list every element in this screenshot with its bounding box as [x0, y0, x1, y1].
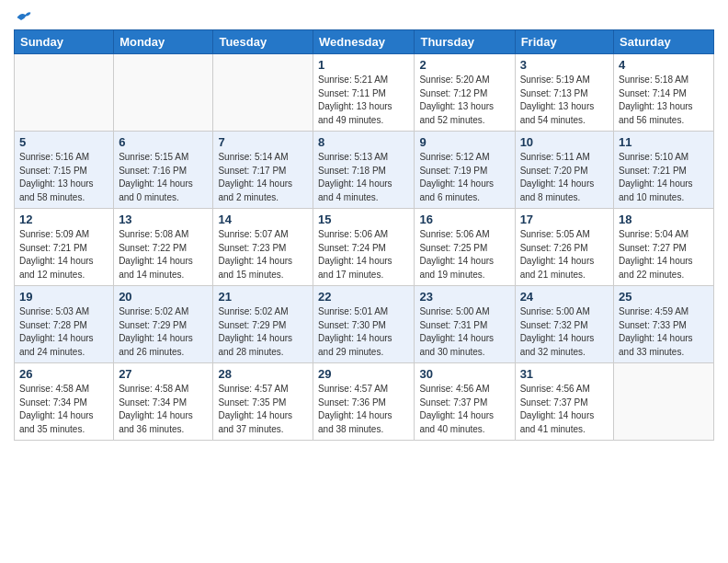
day-number: 2 [419, 58, 509, 72]
day-info: Sunrise: 5:13 AMSunset: 7:18 PMDaylight:… [318, 151, 409, 204]
calendar-cell-w5-d6: 31Sunrise: 4:56 AMSunset: 7:37 PMDayligh… [515, 363, 613, 441]
day-info: Sunrise: 4:59 AMSunset: 7:33 PMDaylight:… [619, 305, 709, 359]
calendar-cell-w5-d3: 28Sunrise: 4:57 AMSunset: 7:35 PMDayligh… [213, 363, 313, 441]
day-number: 7 [218, 135, 308, 149]
weekday-header-sunday: Sunday [15, 30, 114, 54]
calendar-cell-w3-d2: 13Sunrise: 5:08 AMSunset: 7:22 PMDayligh… [114, 209, 213, 286]
day-info: Sunrise: 5:06 AMSunset: 7:25 PMDaylight:… [419, 228, 509, 282]
day-info: Sunrise: 5:07 AMSunset: 7:23 PMDaylight:… [218, 228, 308, 282]
page-container: SundayMondayTuesdayWednesdayThursdayFrid… [0, 0, 728, 454]
calendar-cell-w2-d1: 5Sunrise: 5:16 AMSunset: 7:15 PMDaylight… [15, 132, 114, 209]
day-number: 19 [19, 290, 108, 304]
day-info: Sunrise: 5:21 AMSunset: 7:11 PMDaylight:… [318, 74, 409, 127]
calendar-cell-w5-d4: 29Sunrise: 4:57 AMSunset: 7:36 PMDayligh… [313, 363, 415, 441]
day-info: Sunrise: 5:16 AMSunset: 7:15 PMDaylight:… [19, 151, 108, 204]
day-info: Sunrise: 5:19 AMSunset: 7:13 PMDaylight:… [520, 74, 609, 127]
calendar-cell-w1-d6: 3Sunrise: 5:19 AMSunset: 7:13 PMDaylight… [515, 54, 613, 132]
day-number: 30 [419, 367, 509, 381]
day-number: 3 [520, 58, 609, 72]
calendar-cell-w5-d2: 27Sunrise: 4:58 AMSunset: 7:34 PMDayligh… [114, 363, 213, 441]
day-number: 18 [619, 213, 709, 226]
calendar-cell-w3-d7: 18Sunrise: 5:04 AMSunset: 7:27 PMDayligh… [614, 209, 714, 286]
calendar-cell-w3-d4: 15Sunrise: 5:06 AMSunset: 7:24 PMDayligh… [313, 209, 415, 286]
calendar-cell-w1-d7: 4Sunrise: 5:18 AMSunset: 7:14 PMDaylight… [614, 54, 714, 132]
day-number: 9 [419, 135, 509, 149]
day-number: 27 [119, 367, 208, 381]
day-info: Sunrise: 4:58 AMSunset: 7:34 PMDaylight:… [119, 383, 208, 436]
calendar-cell-w4-d2: 20Sunrise: 5:02 AMSunset: 7:29 PMDayligh… [114, 286, 213, 363]
day-number: 6 [119, 135, 208, 149]
calendar-cell-w1-d3 [213, 54, 313, 132]
calendar-cell-w3-d1: 12Sunrise: 5:09 AMSunset: 7:21 PMDayligh… [15, 209, 114, 286]
day-info: Sunrise: 4:58 AMSunset: 7:34 PMDaylight:… [19, 383, 108, 436]
weekday-header-saturday: Saturday [614, 30, 714, 54]
day-number: 10 [520, 135, 609, 149]
day-number: 26 [19, 367, 108, 381]
calendar-cell-w5-d5: 30Sunrise: 4:56 AMSunset: 7:37 PMDayligh… [415, 363, 515, 441]
day-info: Sunrise: 4:57 AMSunset: 7:36 PMDaylight:… [318, 383, 409, 436]
day-number: 8 [318, 135, 409, 149]
week-row-2: 5Sunrise: 5:16 AMSunset: 7:15 PMDaylight… [15, 132, 714, 209]
calendar-cell-w4-d1: 19Sunrise: 5:03 AMSunset: 7:28 PMDayligh… [15, 286, 114, 363]
day-number: 22 [318, 290, 409, 304]
calendar-cell-w2-d2: 6Sunrise: 5:15 AMSunset: 7:16 PMDaylight… [114, 132, 213, 209]
day-number: 31 [520, 367, 609, 381]
calendar-cell-w4-d6: 24Sunrise: 5:00 AMSunset: 7:32 PMDayligh… [515, 286, 613, 363]
calendar-cell-w2-d5: 9Sunrise: 5:12 AMSunset: 7:19 PMDaylight… [415, 132, 515, 209]
weekday-header-monday: Monday [114, 30, 213, 54]
calendar-cell-w5-d7 [614, 363, 714, 441]
day-number: 17 [520, 213, 609, 226]
week-row-1: 1Sunrise: 5:21 AMSunset: 7:11 PMDaylight… [15, 54, 714, 132]
day-number: 23 [419, 290, 509, 304]
day-info: Sunrise: 5:14 AMSunset: 7:17 PMDaylight:… [218, 151, 308, 204]
header [14, 9, 714, 22]
calendar-table: SundayMondayTuesdayWednesdayThursdayFrid… [14, 29, 714, 441]
week-row-4: 19Sunrise: 5:03 AMSunset: 7:28 PMDayligh… [15, 286, 714, 363]
day-info: Sunrise: 5:02 AMSunset: 7:29 PMDaylight:… [218, 305, 308, 359]
calendar-cell-w2-d7: 11Sunrise: 5:10 AMSunset: 7:21 PMDayligh… [614, 132, 714, 209]
day-info: Sunrise: 5:11 AMSunset: 7:20 PMDaylight:… [520, 151, 609, 204]
day-number: 11 [619, 135, 709, 149]
day-info: Sunrise: 4:56 AMSunset: 7:37 PMDaylight:… [419, 383, 509, 436]
day-number: 21 [218, 290, 308, 304]
calendar-cell-w3-d3: 14Sunrise: 5:07 AMSunset: 7:23 PMDayligh… [213, 209, 313, 286]
calendar-cell-w2-d6: 10Sunrise: 5:11 AMSunset: 7:20 PMDayligh… [515, 132, 613, 209]
day-info: Sunrise: 5:12 AMSunset: 7:19 PMDaylight:… [419, 151, 509, 204]
calendar-cell-w3-d6: 17Sunrise: 5:05 AMSunset: 7:26 PMDayligh… [515, 209, 613, 286]
day-info: Sunrise: 5:18 AMSunset: 7:14 PMDaylight:… [619, 74, 709, 127]
day-info: Sunrise: 5:15 AMSunset: 7:16 PMDaylight:… [119, 151, 208, 204]
day-number: 4 [619, 58, 709, 72]
day-info: Sunrise: 5:02 AMSunset: 7:29 PMDaylight:… [119, 305, 208, 359]
calendar-cell-w4-d7: 25Sunrise: 4:59 AMSunset: 7:33 PMDayligh… [614, 286, 714, 363]
calendar-cell-w1-d2 [114, 54, 213, 132]
calendar-cell-w5-d1: 26Sunrise: 4:58 AMSunset: 7:34 PMDayligh… [15, 363, 114, 441]
day-number: 12 [19, 213, 108, 226]
day-number: 5 [19, 135, 108, 149]
day-info: Sunrise: 5:03 AMSunset: 7:28 PMDaylight:… [19, 305, 108, 359]
week-row-3: 12Sunrise: 5:09 AMSunset: 7:21 PMDayligh… [15, 209, 714, 286]
weekday-header-friday: Friday [515, 30, 613, 54]
calendar-cell-w4-d3: 21Sunrise: 5:02 AMSunset: 7:29 PMDayligh… [213, 286, 313, 363]
day-number: 24 [520, 290, 609, 304]
day-number: 20 [119, 290, 208, 304]
calendar-cell-w4-d4: 22Sunrise: 5:01 AMSunset: 7:30 PMDayligh… [313, 286, 415, 363]
weekday-header-tuesday: Tuesday [213, 30, 313, 54]
weekday-header-wednesday: Wednesday [313, 30, 415, 54]
calendar-cell-w2-d3: 7Sunrise: 5:14 AMSunset: 7:17 PMDaylight… [213, 132, 313, 209]
day-number: 1 [318, 58, 409, 72]
day-info: Sunrise: 5:05 AMSunset: 7:26 PMDaylight:… [520, 228, 609, 282]
logo-bird-icon [16, 9, 32, 26]
calendar-cell-w4-d5: 23Sunrise: 5:00 AMSunset: 7:31 PMDayligh… [415, 286, 515, 363]
calendar-cell-w1-d1 [15, 54, 114, 132]
day-info: Sunrise: 5:20 AMSunset: 7:12 PMDaylight:… [419, 74, 509, 127]
calendar-cell-w2-d4: 8Sunrise: 5:13 AMSunset: 7:18 PMDaylight… [313, 132, 415, 209]
day-info: Sunrise: 5:01 AMSunset: 7:30 PMDaylight:… [318, 305, 409, 359]
day-info: Sunrise: 4:56 AMSunset: 7:37 PMDaylight:… [520, 383, 609, 436]
calendar-cell-w1-d4: 1Sunrise: 5:21 AMSunset: 7:11 PMDaylight… [313, 54, 415, 132]
logo-text [14, 9, 32, 26]
day-info: Sunrise: 5:04 AMSunset: 7:27 PMDaylight:… [619, 228, 709, 282]
day-number: 16 [419, 213, 509, 226]
day-number: 28 [218, 367, 308, 381]
weekday-header-row: SundayMondayTuesdayWednesdayThursdayFrid… [15, 30, 714, 54]
day-number: 15 [318, 213, 409, 226]
